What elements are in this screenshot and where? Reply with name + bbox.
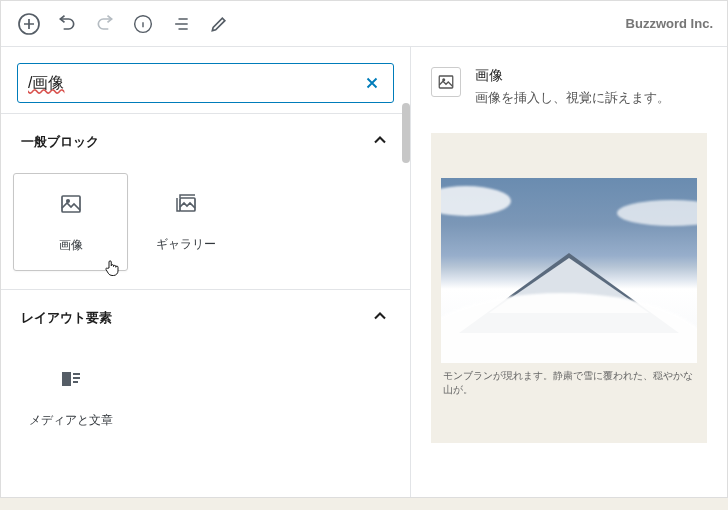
search-input[interactable] <box>64 74 361 92</box>
preview-description: 画像を挿入し、視覚に訴えます。 <box>475 89 670 107</box>
section-title: レイアウト要素 <box>21 309 112 327</box>
edit-button[interactable] <box>201 6 237 42</box>
add-block-button[interactable] <box>11 6 47 42</box>
chevron-up-icon <box>370 306 390 329</box>
block-preview-panel: 画像 画像を挿入し、視覚に訴えます。 モンブランが現れます。静粛で雪に覆われた、… <box>411 47 727 497</box>
brand-label: Buzzword Inc. <box>626 16 717 31</box>
gallery-icon <box>174 191 198 218</box>
pencil-icon <box>209 14 229 34</box>
preview-caption: モンブランが現れます。静粛で雪に覆われた、穏やかな山が。 <box>441 363 697 397</box>
top-toolbar: Buzzword Inc. <box>1 1 727 47</box>
chevron-up-icon <box>370 130 390 153</box>
info-icon <box>133 14 153 34</box>
undo-icon <box>57 14 77 34</box>
clear-search-button[interactable] <box>361 72 383 94</box>
plus-icon <box>17 12 41 36</box>
redo-button[interactable] <box>87 6 123 42</box>
scrollbar[interactable] <box>402 103 410 163</box>
close-icon <box>363 74 381 92</box>
section-header-common[interactable]: 一般ブロック <box>1 114 410 169</box>
block-item-image[interactable]: 画像 <box>13 173 128 271</box>
image-icon <box>431 67 461 97</box>
block-search-field[interactable]: /画像 <box>17 63 394 103</box>
media-text-icon <box>59 367 83 394</box>
block-label: メディアと文章 <box>29 412 113 429</box>
preview-canvas: モンブランが現れます。静粛で雪に覆われた、穏やかな山が。 <box>431 133 707 443</box>
block-label: 画像 <box>59 237 83 254</box>
block-item-gallery[interactable]: ギャラリー <box>128 173 243 271</box>
info-button[interactable] <box>125 6 161 42</box>
block-inserter-panel: /画像 一般ブロック <box>1 47 411 497</box>
image-icon <box>59 192 83 219</box>
preview-image-figure: モンブランが現れます。静粛で雪に覆われた、穏やかな山が。 <box>441 178 697 397</box>
block-label: ギャラリー <box>156 236 216 253</box>
svg-rect-2 <box>62 196 80 212</box>
cursor-pointer-icon <box>103 258 121 278</box>
svg-rect-6 <box>439 76 453 88</box>
search-value: /画像 <box>28 73 64 94</box>
section-layout-elements: レイアウト要素 メディアと文章 <box>1 289 410 463</box>
svg-rect-5 <box>62 372 71 386</box>
svg-point-7 <box>443 79 445 81</box>
section-header-layout[interactable]: レイアウト要素 <box>1 290 410 345</box>
section-common-blocks: 一般ブロック 画像 <box>1 113 410 289</box>
block-item-media-text[interactable]: メディアと文章 <box>13 349 128 445</box>
redo-icon <box>95 14 115 34</box>
svg-point-3 <box>66 200 68 202</box>
list-icon <box>171 14 191 34</box>
undo-button[interactable] <box>49 6 85 42</box>
section-title: 一般ブロック <box>21 133 99 151</box>
preview-title: 画像 <box>475 67 670 85</box>
preview-image <box>441 178 697 363</box>
outline-button[interactable] <box>163 6 199 42</box>
